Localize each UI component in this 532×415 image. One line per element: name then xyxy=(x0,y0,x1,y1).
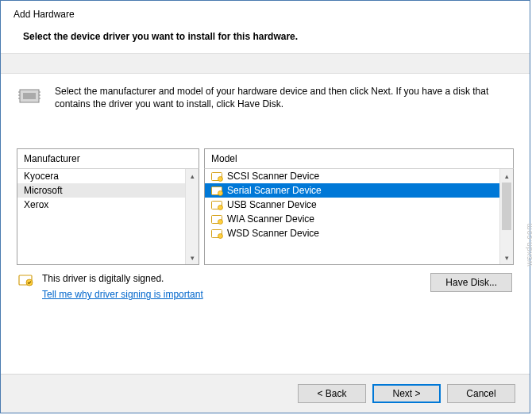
signed-badge-icon xyxy=(18,273,34,287)
list-item[interactable]: WIA Scanner Device xyxy=(205,212,499,226)
model-column: Model SCSI Scanner DeviceSerial Scanner … xyxy=(204,148,514,265)
manufacturer-header[interactable]: Manufacturer xyxy=(17,148,199,169)
list-item[interactable]: Kyocera xyxy=(17,169,185,183)
svg-point-9 xyxy=(218,176,223,181)
svg-point-15 xyxy=(218,219,223,224)
header-divider xyxy=(1,53,530,74)
model-label: SCSI Scanner Device xyxy=(227,171,319,182)
scroll-track[interactable] xyxy=(500,183,513,251)
next-button[interactable]: Next > xyxy=(372,384,441,403)
certificate-icon xyxy=(211,186,224,196)
instruction-text: Select the manufacturer and model of you… xyxy=(55,85,514,110)
scroll-thumb[interactable] xyxy=(502,183,511,230)
svg-point-17 xyxy=(218,233,223,238)
window-title: Add Hardware xyxy=(13,9,517,20)
svg-rect-1 xyxy=(23,93,36,99)
model-label: USB Scanner Device xyxy=(227,199,317,210)
model-header[interactable]: Model xyxy=(204,148,514,169)
certificate-icon xyxy=(211,171,224,182)
scroll-down-icon[interactable]: ▾ xyxy=(186,251,199,264)
certificate-icon xyxy=(211,229,224,239)
list-item[interactable]: SCSI Scanner Device xyxy=(205,169,499,183)
driver-lists: Manufacturer KyoceraMicrosoftXerox ▴ ▾ M… xyxy=(17,148,514,265)
list-item[interactable]: WSD Scanner Device xyxy=(205,226,499,240)
signing-help-link[interactable]: Tell me why driver signing is important xyxy=(42,289,203,300)
watermark: wsxdn.com xyxy=(525,223,532,267)
list-item[interactable]: Microsoft xyxy=(17,183,185,198)
signing-row: This driver is digitally signed. Tell me… xyxy=(17,273,514,300)
scroll-down-icon[interactable]: ▾ xyxy=(500,251,513,264)
page-title: Select the device driver you want to ins… xyxy=(13,31,517,42)
list-item[interactable]: USB Scanner Device xyxy=(205,198,499,212)
model-label: Serial Scanner Device xyxy=(227,185,322,196)
have-disk-button[interactable]: Have Disk... xyxy=(430,273,512,292)
scroll-up-icon[interactable]: ▴ xyxy=(186,169,199,183)
wizard-content: Select the manufacturer and model of you… xyxy=(1,74,530,306)
scroll-up-icon[interactable]: ▴ xyxy=(500,169,513,183)
scrollbar[interactable]: ▴ ▾ xyxy=(185,169,199,264)
list-item[interactable]: Xerox xyxy=(17,198,185,212)
model-list[interactable]: SCSI Scanner DeviceSerial Scanner Device… xyxy=(205,169,499,264)
back-button[interactable]: < Back xyxy=(298,384,366,403)
list-item[interactable]: Serial Scanner Device xyxy=(205,183,499,198)
scroll-track[interactable] xyxy=(186,183,199,251)
model-label: WIA Scanner Device xyxy=(227,213,314,225)
instruction-row: Select the manufacturer and model of you… xyxy=(17,85,514,110)
wizard-header: Add Hardware Select the device driver yo… xyxy=(1,1,530,53)
wizard-footer: < Back Next > Cancel xyxy=(1,374,530,413)
svg-point-13 xyxy=(218,205,223,209)
cancel-button[interactable]: Cancel xyxy=(447,384,515,403)
manufacturer-column: Manufacturer KyoceraMicrosoftXerox ▴ ▾ xyxy=(17,148,199,265)
add-hardware-wizard: Add Hardware Select the device driver yo… xyxy=(0,0,530,413)
model-label: WSD Scanner Device xyxy=(227,228,319,239)
signing-status: This driver is digitally signed. xyxy=(42,273,203,284)
scrollbar[interactable]: ▴ ▾ xyxy=(499,169,513,264)
manufacturer-list[interactable]: KyoceraMicrosoftXerox xyxy=(17,169,185,264)
certificate-icon xyxy=(211,214,224,225)
certificate-icon xyxy=(211,200,224,210)
hardware-chip-icon xyxy=(17,85,45,107)
svg-point-11 xyxy=(218,190,223,195)
